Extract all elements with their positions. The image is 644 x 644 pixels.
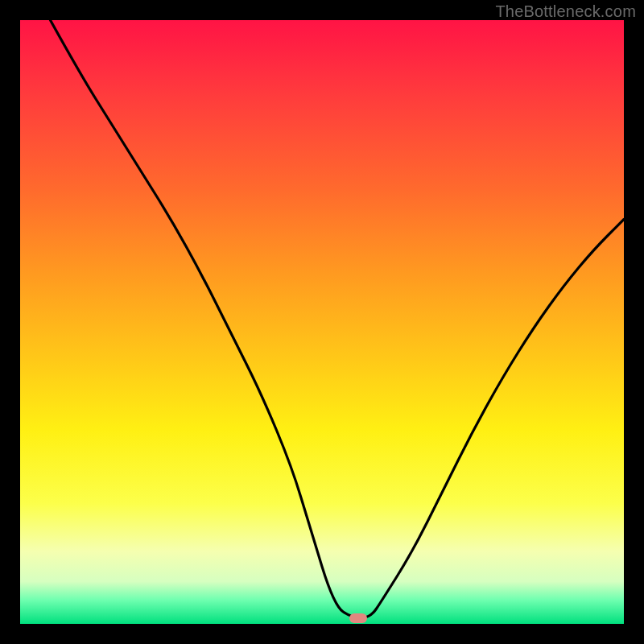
optimal-marker bbox=[349, 613, 367, 623]
bottleneck-curve bbox=[20, 20, 624, 624]
chart-frame: TheBottleneck.com bbox=[0, 0, 644, 644]
attribution-text: TheBottleneck.com bbox=[495, 2, 636, 21]
plot-area bbox=[20, 20, 624, 624]
